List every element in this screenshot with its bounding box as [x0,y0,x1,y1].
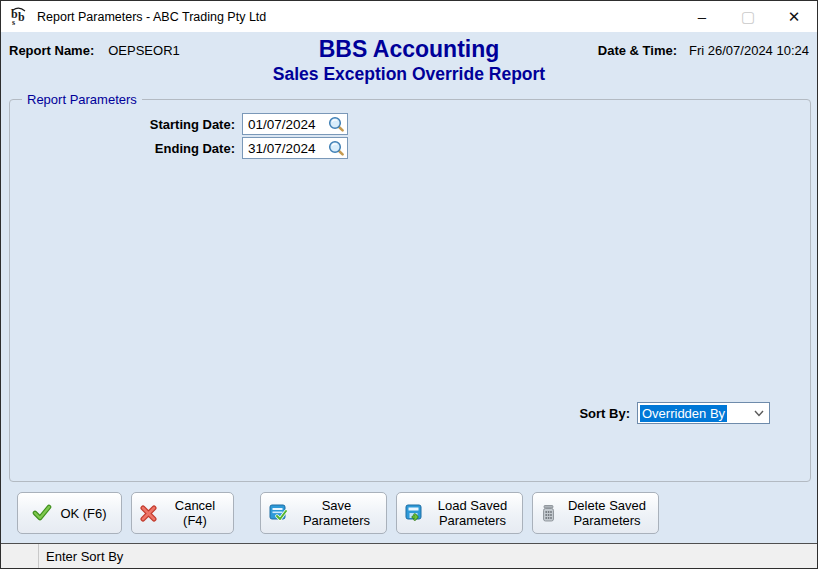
report-parameters-window: b b s Report Parameters - ABC Trading Pt… [0,0,818,569]
sort-by-label: Sort By: [10,406,630,421]
page-title: Sales Exception Override Report [1,62,817,86]
cancel-button[interactable]: Cancel (F4) [131,492,234,534]
report-parameters-groupbox: Report Parameters Starting Date: Ending … [9,99,811,482]
minimize-icon[interactable]: – [679,1,725,32]
starting-date-label: Starting Date: [10,117,235,132]
datetime: Date & Time:Fri 26/07/2024 10:24 [598,43,809,58]
load-saved-parameters-button[interactable]: Load Saved Parameters [396,492,523,534]
ok-button-label: OK (F6) [60,506,106,521]
status-bar-cell [1,544,39,568]
groupbox-label: Report Parameters [22,92,142,107]
save-parameters-label: Save Parameters [295,498,378,528]
save-parameters-button[interactable]: Save Parameters [260,492,387,534]
starting-date-magnifier-icon[interactable] [327,116,345,133]
chevron-down-icon [753,407,765,419]
starting-date-row: Starting Date: [10,113,348,135]
close-icon[interactable]: ✕ [771,1,817,32]
header: Report Name:OEPSEOR1 BBS Accounting Sale… [1,32,817,92]
green-check-icon [32,504,52,522]
datetime-value: Fri 26/07/2024 10:24 [689,43,809,58]
load-disk-arrow-icon [405,504,423,522]
titlebar: b b s Report Parameters - ABC Trading Pt… [1,1,817,32]
window-title: Report Parameters - ABC Trading Pty Ltd [37,10,266,24]
svg-text:s: s [12,18,15,26]
load-saved-parameters-label: Load Saved Parameters [431,498,514,528]
ok-button[interactable]: OK (F6) [17,492,122,534]
ending-date-magnifier-icon[interactable] [327,140,345,157]
button-bar: OK (F6) Cancel (F4) Save [1,487,817,539]
trash-icon [541,504,556,522]
starting-date-input[interactable] [243,114,323,134]
ending-date-input[interactable] [243,138,323,158]
ending-date-fieldbox [242,137,348,159]
sort-by-select[interactable]: Overridden By [637,402,770,424]
sort-by-row: Sort By: Overridden By [10,402,770,424]
window-controls: – ▢ ✕ [679,1,817,32]
starting-date-fieldbox [242,113,348,135]
ending-date-row: Ending Date: [10,137,348,159]
delete-saved-parameters-label: Delete Saved Parameters [564,498,650,528]
red-cross-icon [140,505,157,522]
bbs-logo-icon: b b s [10,7,29,26]
ending-date-label: Ending Date: [10,141,235,156]
delete-saved-parameters-button[interactable]: Delete Saved Parameters [532,492,659,534]
maximize-icon: ▢ [725,1,771,32]
sort-by-selected-value: Overridden By [640,405,727,422]
status-message: Enter Sort By [39,549,123,564]
cancel-button-label: Cancel (F4) [165,498,225,528]
datetime-label: Date & Time: [598,43,677,58]
status-bar: Enter Sort By [1,543,817,568]
save-disk-check-icon [269,504,287,522]
svg-text:b: b [18,10,25,24]
